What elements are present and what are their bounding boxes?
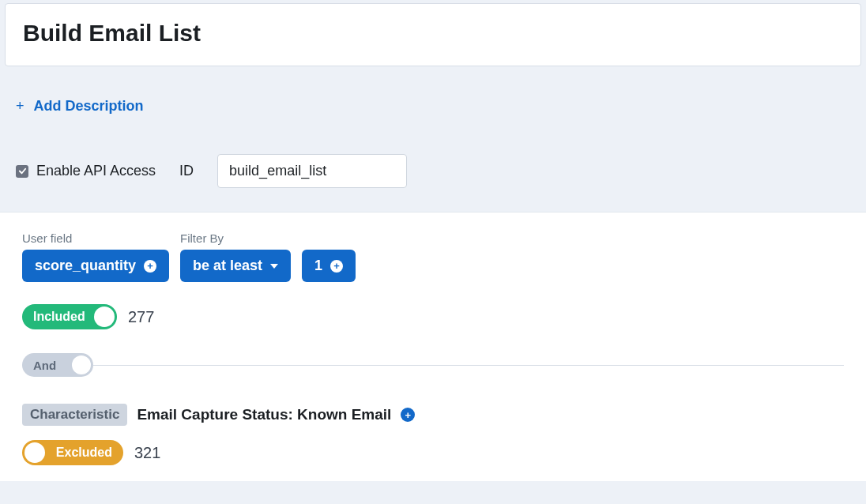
enable-api-checkbox[interactable]: Enable API Access — [16, 163, 156, 179]
page-title: Build Email List — [23, 20, 843, 47]
plus-icon: + — [16, 98, 24, 115]
characteristic-tag: Characteristic — [22, 404, 127, 426]
enable-api-label: Enable API Access — [36, 163, 156, 179]
toggle-knob-icon — [72, 355, 91, 374]
user-field-label: User field — [22, 231, 169, 245]
plus-icon: + — [405, 409, 412, 421]
filter-value: 1 — [314, 258, 322, 274]
divider-line — [93, 365, 844, 366]
checkbox-checked-icon — [16, 165, 28, 178]
plus-circle-icon: + — [330, 260, 343, 273]
toggle-knob-icon — [24, 442, 45, 463]
characteristic-add-button[interactable]: + — [401, 408, 415, 422]
filter-by-label: Filter By — [180, 231, 291, 245]
filter-value-button[interactable]: 1 + — [302, 250, 356, 282]
id-label: ID — [179, 163, 194, 179]
filter-operator-value: be at least — [193, 258, 262, 274]
excluded-toggle[interactable]: Excluded — [22, 440, 123, 465]
chevron-down-icon — [270, 264, 278, 269]
characteristic-text: Email Capture Status: Known Email — [137, 406, 391, 423]
included-count: 277 — [128, 308, 154, 326]
toggle-knob-icon — [94, 307, 115, 327]
included-toggle[interactable]: Included — [22, 304, 117, 329]
plus-circle-icon: + — [144, 260, 156, 273]
meta-section: + Add Description Enable API Access ID — [0, 66, 866, 212]
user-field-select[interactable]: score_quantity + — [22, 250, 169, 282]
add-description-button[interactable]: + Add Description — [16, 98, 144, 115]
user-field-value: score_quantity — [35, 258, 136, 274]
included-label: Included — [33, 310, 85, 324]
id-input[interactable] — [217, 154, 407, 188]
logic-and-toggle[interactable]: And — [22, 353, 93, 377]
add-description-label: Add Description — [34, 98, 144, 115]
title-card: Build Email List — [5, 3, 861, 66]
excluded-label: Excluded — [56, 446, 112, 460]
logic-and-label: And — [33, 359, 56, 372]
rules-card: User field score_quantity + Filter By be… — [0, 212, 866, 481]
excluded-count: 321 — [134, 444, 160, 462]
filter-operator-select[interactable]: be at least — [180, 250, 291, 282]
